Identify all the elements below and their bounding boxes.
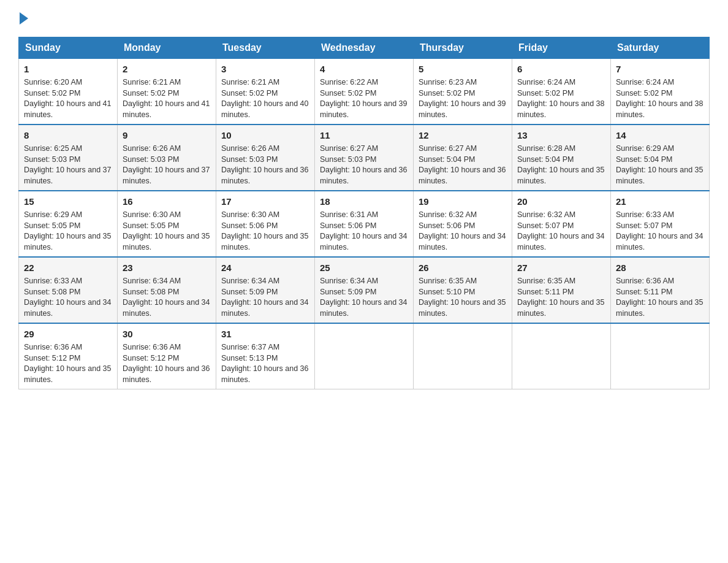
sunrise-text: Sunrise: 6:23 AM [419,77,507,88]
calendar-cell: 10Sunrise: 6:26 AMSunset: 5:03 PMDayligh… [216,124,315,191]
sunset-text: Sunset: 5:02 PM [616,88,704,99]
calendar-cell: 13Sunrise: 6:28 AMSunset: 5:04 PMDayligh… [512,124,611,191]
sunset-text: Sunset: 5:06 PM [320,221,408,232]
sunrise-text: Sunrise: 6:31 AM [320,210,408,221]
calendar-cell: 15Sunrise: 6:29 AMSunset: 5:05 PMDayligh… [19,191,118,257]
sunset-text: Sunset: 5:04 PM [616,155,704,166]
calendar-cell: 25Sunrise: 6:34 AMSunset: 5:09 PMDayligh… [315,257,414,323]
calendar-cell: 24Sunrise: 6:34 AMSunset: 5:09 PMDayligh… [216,257,315,323]
daylight-text: Daylight: 10 hours and 35 minutes. [616,297,704,319]
calendar-cell: 29Sunrise: 6:36 AMSunset: 5:12 PMDayligh… [19,323,118,389]
daylight-text: Daylight: 10 hours and 34 minutes. [419,231,507,253]
day-number: 24 [221,261,309,274]
sunset-text: Sunset: 5:03 PM [24,155,112,166]
calendar-week-row: 15Sunrise: 6:29 AMSunset: 5:05 PMDayligh… [19,191,710,257]
day-number: 6 [517,63,605,75]
sunset-text: Sunset: 5:02 PM [320,88,408,99]
sunset-text: Sunset: 5:04 PM [419,155,507,166]
sunset-text: Sunset: 5:12 PM [123,353,211,364]
calendar-cell: 8Sunrise: 6:25 AMSunset: 5:03 PMDaylight… [19,124,118,191]
day-number: 26 [419,261,507,274]
daylight-text: Daylight: 10 hours and 41 minutes. [123,99,211,120]
calendar-cell: 2Sunrise: 6:21 AMSunset: 5:02 PMDaylight… [118,59,216,125]
weekday-header-tuesday: Tuesday [216,37,315,59]
day-number: 14 [616,129,704,142]
sunrise-text: Sunrise: 6:21 AM [221,77,309,88]
calendar-cell: 16Sunrise: 6:30 AMSunset: 5:05 PMDayligh… [118,191,216,257]
sunset-text: Sunset: 5:02 PM [517,88,605,99]
calendar-cell: 1Sunrise: 6:20 AMSunset: 5:02 PMDaylight… [19,59,118,125]
sunrise-text: Sunrise: 6:29 AM [24,210,112,221]
calendar-cell: 14Sunrise: 6:29 AMSunset: 5:04 PMDayligh… [611,124,710,191]
day-number: 22 [24,261,112,274]
day-number: 21 [616,195,704,208]
sunset-text: Sunset: 5:05 PM [123,221,211,232]
sunset-text: Sunset: 5:11 PM [616,287,704,298]
sunrise-text: Sunrise: 6:26 AM [221,144,309,155]
day-number: 23 [123,261,211,274]
sunrise-text: Sunrise: 6:24 AM [517,77,605,88]
sunset-text: Sunset: 5:12 PM [24,353,112,364]
sunrise-text: Sunrise: 6:29 AM [616,144,704,155]
daylight-text: Daylight: 10 hours and 37 minutes. [123,165,211,186]
calendar-week-row: 29Sunrise: 6:36 AMSunset: 5:12 PMDayligh… [19,323,710,389]
calendar-cell: 18Sunrise: 6:31 AMSunset: 5:06 PMDayligh… [315,191,414,257]
logo-arrow-icon [20,12,28,25]
daylight-text: Daylight: 10 hours and 34 minutes. [517,231,605,253]
weekday-header-row: SundayMondayTuesdayWednesdayThursdayFrid… [19,37,710,59]
daylight-text: Daylight: 10 hours and 38 minutes. [616,99,704,120]
sunset-text: Sunset: 5:09 PM [221,287,309,298]
daylight-text: Daylight: 10 hours and 37 minutes. [24,165,112,186]
day-number: 25 [320,261,408,274]
sunrise-text: Sunrise: 6:21 AM [123,77,211,88]
calendar-cell: 19Sunrise: 6:32 AMSunset: 5:06 PMDayligh… [414,191,512,257]
sunset-text: Sunset: 5:08 PM [123,287,211,298]
calendar-cell: 23Sunrise: 6:34 AMSunset: 5:08 PMDayligh… [118,257,216,323]
sunrise-text: Sunrise: 6:36 AM [616,276,704,287]
calendar-cell: 4Sunrise: 6:22 AMSunset: 5:02 PMDaylight… [315,59,414,125]
logo [18,12,29,25]
day-number: 9 [123,129,211,142]
calendar-cell: 20Sunrise: 6:32 AMSunset: 5:07 PMDayligh… [512,191,611,257]
sunrise-text: Sunrise: 6:24 AM [616,77,704,88]
sunset-text: Sunset: 5:13 PM [221,353,309,364]
daylight-text: Daylight: 10 hours and 39 minutes. [320,99,408,120]
daylight-text: Daylight: 10 hours and 35 minutes. [616,165,704,186]
weekday-header-saturday: Saturday [611,37,710,59]
day-number: 5 [419,63,507,75]
sunset-text: Sunset: 5:02 PM [123,88,211,99]
weekday-header-thursday: Thursday [414,37,512,59]
calendar-cell: 3Sunrise: 6:21 AMSunset: 5:02 PMDaylight… [216,59,315,125]
sunrise-text: Sunrise: 6:30 AM [221,210,309,221]
weekday-header-sunday: Sunday [19,37,118,59]
calendar-cell: 6Sunrise: 6:24 AMSunset: 5:02 PMDaylight… [512,59,611,125]
calendar-cell: 21Sunrise: 6:33 AMSunset: 5:07 PMDayligh… [611,191,710,257]
daylight-text: Daylight: 10 hours and 34 minutes. [616,231,704,253]
day-number: 4 [320,63,408,75]
weekday-header-friday: Friday [512,37,611,59]
calendar-cell [414,323,512,389]
daylight-text: Daylight: 10 hours and 34 minutes. [320,231,408,253]
day-number: 19 [419,195,507,208]
calendar-cell [512,323,611,389]
sunrise-text: Sunrise: 6:32 AM [517,210,605,221]
day-number: 11 [320,129,408,142]
weekday-header-wednesday: Wednesday [315,37,414,59]
sunset-text: Sunset: 5:02 PM [221,88,309,99]
calendar-cell: 27Sunrise: 6:35 AMSunset: 5:11 PMDayligh… [512,257,611,323]
calendar-cell: 28Sunrise: 6:36 AMSunset: 5:11 PMDayligh… [611,257,710,323]
calendar-cell: 22Sunrise: 6:33 AMSunset: 5:08 PMDayligh… [19,257,118,323]
daylight-text: Daylight: 10 hours and 34 minutes. [221,297,309,319]
daylight-text: Daylight: 10 hours and 39 minutes. [419,99,507,120]
sunrise-text: Sunrise: 6:34 AM [123,276,211,287]
sunrise-text: Sunrise: 6:35 AM [517,276,605,287]
daylight-text: Daylight: 10 hours and 36 minutes. [419,165,507,186]
day-number: 15 [24,195,112,208]
day-number: 3 [221,63,309,75]
sunset-text: Sunset: 5:06 PM [419,221,507,232]
daylight-text: Daylight: 10 hours and 35 minutes. [123,231,211,253]
daylight-text: Daylight: 10 hours and 38 minutes. [517,99,605,120]
day-number: 13 [517,129,605,142]
sunrise-text: Sunrise: 6:33 AM [616,210,704,221]
sunset-text: Sunset: 5:11 PM [517,287,605,298]
